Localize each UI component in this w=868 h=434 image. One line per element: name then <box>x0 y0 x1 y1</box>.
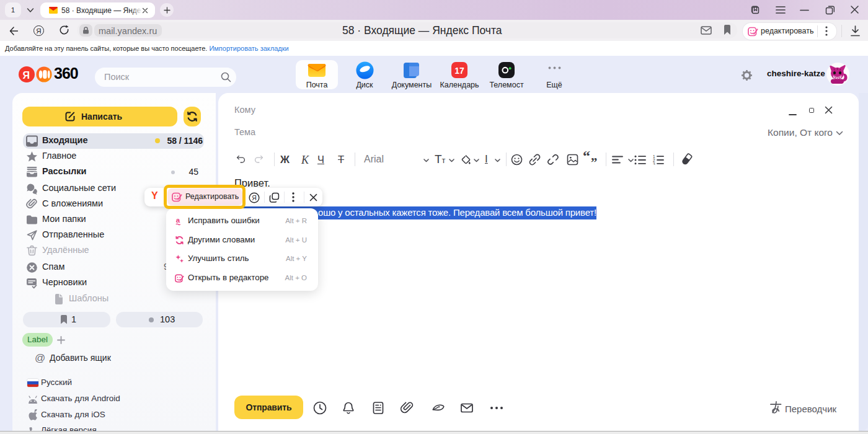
svg-text:a: a <box>176 216 180 224</box>
svg-text:3: 3 <box>653 162 655 166</box>
svg-text:Я: Я <box>252 194 257 202</box>
svg-text:17: 17 <box>454 66 464 76</box>
